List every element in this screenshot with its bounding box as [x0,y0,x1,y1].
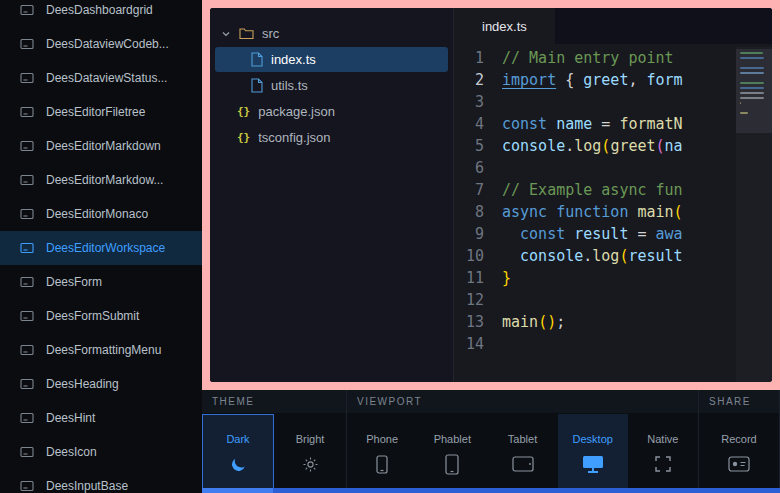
sidebar-item-label: DeesInputBase [46,479,128,493]
tab-index-ts[interactable]: index.ts [454,8,555,44]
sidebar-item-label: DeesDataviewCodeb... [46,37,169,51]
toolbar-button-row-share: Record [699,414,779,493]
filetree-item-label: tsconfig.json [258,130,330,145]
sidebar-item-label: DeesForm [46,275,102,289]
sidebar-item-label: DeesFormattingMenu [46,343,161,357]
component-icon [20,446,34,458]
bottom-toolbar: THEMEDarkBrightVIEWPORTPhonePhabletTable… [202,390,780,493]
minimap-mark [740,67,764,69]
sidebar-item[interactable]: DeesFormSubmit [0,299,202,333]
filetree-item-label: index.ts [271,52,316,67]
sidebar-item[interactable]: DeesEditorWorkspace [0,231,202,265]
sidebar-list: DeesDashboardgridDeesDataviewCodeb...Dee… [0,0,202,493]
phablet-icon [445,454,459,474]
component-icon [20,106,34,118]
main-area: srcindex.tsutils.ts{}package.json{}tscon… [202,0,780,493]
component-icon [20,412,34,424]
sidebar-item-label: DeesFormSubmit [46,309,139,323]
desktop-icon [582,454,604,474]
sidebar-item[interactable]: DeesDataviewStatus... [0,61,202,95]
component-icon [20,208,34,220]
filetree-item[interactable]: index.ts [215,47,448,72]
code-line-text: // Example async fun [502,179,772,201]
line-number: 14 [454,333,502,355]
sidebar-item[interactable]: DeesIcon [0,435,202,469]
folder-icon [239,27,254,40]
phablet-button[interactable]: Phablet [417,414,487,493]
code-line-text: import { greet, form [502,69,772,91]
tablet-button[interactable]: Tablet [487,414,557,493]
sidebar-item[interactable]: DeesHint [0,401,202,435]
code-line: 14 [454,333,772,355]
code-line: 6 [454,157,772,179]
preview-canvas: srcindex.tsutils.ts{}package.json{}tscon… [202,0,780,390]
code-line: 7// Example async fun [454,179,772,201]
sidebar-item[interactable]: DeesEditorFiletree [0,95,202,129]
code-line: 3 [454,91,772,113]
filetree-item[interactable]: utils.ts [215,73,448,98]
toolbar-section-theme: THEMEDarkBright [202,390,347,493]
component-icon [20,378,34,390]
filetree-item[interactable]: {}package.json [215,99,448,124]
sidebar-item[interactable]: DeesFormattingMenu [0,333,202,367]
component-icon [20,310,34,322]
line-number: 11 [454,267,502,289]
sidebar-item[interactable]: DeesForm [0,265,202,299]
minimap[interactable] [736,47,772,382]
toolbar-button-label: Native [647,433,678,445]
sidebar-item[interactable]: DeesEditorMarkdown [0,129,202,163]
dark-button[interactable]: Dark [202,414,274,493]
component-icon [20,480,34,492]
line-number: 9 [454,223,502,245]
phone-button[interactable]: Phone [347,414,417,493]
filetree-item[interactable]: src [215,21,448,46]
minimap-mark [740,57,764,59]
sidebar-item[interactable]: DeesEditorMonaco [0,197,202,231]
code-line-text: // Main entry point [502,47,772,69]
line-number: 7 [454,179,502,201]
phone-icon [376,454,388,474]
toolbar-section-share: SHARERecord [699,390,780,493]
desktop-button[interactable]: Desktop [558,414,628,493]
ts-file-icon [251,78,263,93]
toolbar-button-label: Record [721,433,756,445]
code-line-text: main(); [502,311,772,333]
minimap-mark [740,92,764,94]
sidebar-item[interactable]: DeesInputBase [0,469,202,493]
code-line: 12 [454,289,772,311]
sidebar-item-label: DeesHeading [46,377,119,391]
section-label-theme: THEME [202,390,346,414]
line-number: 2 [454,69,502,91]
native-button[interactable]: Native [628,414,698,493]
bright-button[interactable]: Bright [274,414,346,493]
sidebar-item[interactable]: DeesEditorMarkdow... [0,163,202,197]
component-sidebar: DeesDashboardgridDeesDataviewCodeb...Dee… [0,0,202,493]
filetree-item[interactable]: {}tsconfig.json [215,125,448,150]
toolbar-button-label: Tablet [508,433,537,445]
sidebar-item[interactable]: DeesHeading [0,367,202,401]
code-area[interactable]: 1// Main entry point2import { greet, for… [454,44,772,382]
editor-workspace: srcindex.tsutils.ts{}package.json{}tscon… [210,8,772,382]
record-button[interactable]: Record [699,414,779,493]
line-number: 13 [454,311,502,333]
code-line-text: const name = formatN [502,113,772,135]
sidebar-item-label: DeesHint [46,411,95,425]
app: DeesDashboardgridDeesDataviewCodeb...Dee… [0,0,780,493]
component-icon [20,38,34,50]
toolbar-section-viewport: VIEWPORTPhonePhabletTabletDesktopNative [347,390,699,493]
sidebar-item-label: DeesEditorMarkdown [46,139,161,153]
code-line-text [502,157,772,179]
editor: index.ts 1// Main entry point2import { g… [454,8,772,382]
sun-icon [303,454,318,474]
sidebar-item[interactable]: DeesDashboardgrid [0,0,202,27]
sidebar-item-label: DeesEditorMonaco [46,207,148,221]
sidebar-item[interactable]: DeesDataviewCodeb... [0,27,202,61]
code-line: 1// Main entry point [454,47,772,69]
code-line-text: } [502,267,772,289]
line-number: 5 [454,135,502,157]
minimap-mark [740,52,763,54]
filetree-item-label: src [262,26,279,41]
component-icon [20,140,34,152]
minimap-mark [740,82,764,84]
code-line-text: const result = awa [502,223,772,245]
